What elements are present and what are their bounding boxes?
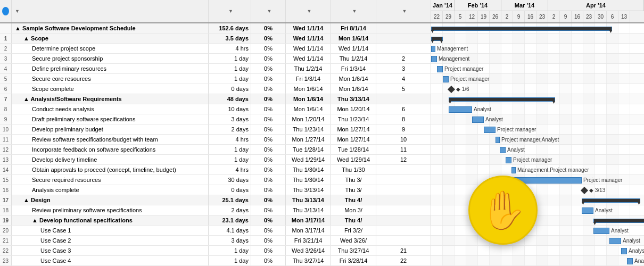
- info-icon: [2, 7, 9, 15]
- day-12: 12: [466, 11, 478, 22]
- row-num: 11: [0, 135, 12, 144]
- gantt-bar-label: Project manager: [450, 76, 489, 82]
- table-row[interactable]: 15Secure required resources30 days0%Thu …: [0, 175, 431, 185]
- row-num: 21: [0, 236, 12, 245]
- table-row[interactable]: 14Obtain approvals to proceed (concept, …: [0, 165, 431, 175]
- table-row[interactable]: 6Scope complete0 days0%Mon 1/6/14Mon 1/6…: [0, 84, 431, 94]
- day-23a: 23: [536, 11, 548, 22]
- pct-cell: 0%: [251, 74, 286, 84]
- start-cell: Wed 3/26/14: [286, 246, 331, 255]
- pct-cell: 0%: [251, 114, 286, 124]
- pct-cell: 0%: [251, 135, 286, 144]
- info-col-header: [0, 0, 12, 22]
- gantt-row: [431, 94, 644, 104]
- gantt-row: Project manager: [431, 74, 644, 84]
- task-name-cell: Use Case 1: [12, 226, 209, 235]
- table-row[interactable]: 1▲ Scope3.5 days0%Wed 1/1/14Mon 1/6/14: [0, 34, 431, 44]
- row-num: 18: [0, 205, 12, 215]
- gantt-row: Analyst: [431, 246, 644, 256]
- table-row[interactable]: 10Develop preliminary budget2 days0%Thu …: [0, 124, 431, 135]
- pred-cell: 12: [376, 155, 431, 164]
- task-name-cell: Secure required resources: [12, 175, 209, 185]
- pred-cell: 4: [376, 74, 431, 84]
- row-num: 4: [0, 64, 12, 73]
- main-container: ▼ ▼ ▼ ▼ ▼: [0, 0, 644, 266]
- task-name-cell: Determine project scope: [12, 44, 209, 53]
- row-num: 3: [0, 54, 12, 63]
- task-name-cell: Scope complete: [12, 84, 209, 94]
- pct-col-header[interactable]: ▼: [251, 0, 286, 22]
- table-row[interactable]: 9Draft preliminary software specificatio…: [0, 114, 431, 124]
- day-26: 26: [490, 11, 501, 22]
- start-cell: Wed 1/1/14: [286, 54, 331, 63]
- gantt-bar-label: Analyst: [623, 238, 640, 244]
- duration-col-header[interactable]: ▼: [209, 0, 251, 22]
- table-row[interactable]: 12Incorporate feedback on software speci…: [0, 145, 431, 155]
- finish-sort-icon: ▼: [352, 9, 357, 14]
- gantt-bar-label: Project manager: [583, 177, 622, 183]
- finish-cell: Fri 3/28/14: [331, 256, 376, 265]
- table-row[interactable]: 4Define preliminary resources1 day0%Thu …: [0, 64, 431, 74]
- pct-cell: 0%: [251, 195, 286, 205]
- finish-col-header[interactable]: ▼: [331, 0, 376, 22]
- table-row[interactable]: 8Conduct needs analysis10 days0%Mon 1/6/…: [0, 104, 431, 114]
- gantt-bar-label: Analyst: [611, 228, 629, 234]
- table-row[interactable]: 17▲ Design25.1 days0%Thu 3/13/14Thu 4/: [0, 195, 431, 205]
- table-row[interactable]: 11Review software specifications/budget …: [0, 135, 431, 145]
- table-row[interactable]: 2Determine project scope4 hrs0%Wed 1/1/1…: [0, 44, 431, 54]
- pred-col-header[interactable]: ▼: [376, 0, 431, 22]
- table-row[interactable]: 5Secure core resources1 day0%Fri 1/3/14M…: [0, 74, 431, 84]
- row-num: 16: [0, 185, 12, 195]
- day-13: 13: [618, 11, 630, 22]
- finish-cell: Thu 1/2/14: [331, 54, 376, 63]
- gantt-bar: [593, 219, 644, 223]
- row-num: 5: [0, 74, 12, 84]
- pct-cell: 0%: [251, 84, 286, 94]
- pred-cell: [376, 165, 431, 174]
- start-cell: Thu 3/13/14: [286, 205, 331, 215]
- duration-cell: 2 days: [209, 205, 251, 215]
- pred-cell: [376, 44, 431, 53]
- pct-cell: 0%: [251, 155, 286, 164]
- gantt-days: 22 29 5 12 19 26 2 9 16 23 2 9 16 23 30 …: [431, 11, 644, 22]
- gantt-row: Management: [431, 44, 644, 54]
- task-name-cell: ▲ Design: [12, 195, 209, 205]
- taskname-col-header[interactable]: ▼: [12, 0, 209, 22]
- pct-cell: 0%: [251, 34, 286, 43]
- gantt-bar: [582, 198, 640, 203]
- table-row[interactable]: ▲ Sample Software Development Schedule15…: [0, 23, 431, 34]
- gantt-bar: [500, 147, 506, 153]
- pct-cell: 0%: [251, 226, 286, 235]
- task-name-cell: ▲ Sample Software Development Schedule: [12, 23, 209, 33]
- table-row[interactable]: 7▲ Analysis/Software Requirements48 days…: [0, 94, 431, 104]
- start-cell: Thu 1/30/14: [286, 165, 331, 174]
- gantt-bar-label: Management: [439, 56, 469, 62]
- gantt-milestone-label: ◆ 3/13: [589, 187, 605, 193]
- table-row[interactable]: 18Review preliminary software specificat…: [0, 205, 431, 215]
- table-row[interactable]: 16Analysis complete0 days0%Thu 3/13/14Th…: [0, 185, 431, 195]
- table-row[interactable]: 13Develop delivery timeline1 day0%Wed 1/…: [0, 155, 431, 165]
- table-row[interactable]: 21Use Case 23 days0%Fri 3/21/14Wed 3/26/: [0, 236, 431, 246]
- duration-cell: 4.1 days: [209, 226, 251, 235]
- row-num: 2: [0, 44, 12, 53]
- start-col-header[interactable]: ▼: [286, 0, 331, 22]
- finish-cell: Thu 3/27/14: [331, 246, 376, 255]
- table-row[interactable]: 3Secure project sponsorship1 day0%Wed 1/…: [0, 54, 431, 64]
- table-row[interactable]: 20Use Case 14.1 days0%Mon 3/17/14Fri 3/2…: [0, 226, 431, 236]
- pct-cell: 0%: [251, 54, 286, 63]
- start-cell: Mon 1/6/14: [286, 104, 331, 114]
- start-cell: Fri 1/3/14: [286, 74, 331, 84]
- gantt-area: ManagementManagementProject managerProje…: [431, 23, 644, 266]
- gantt-bar: [443, 76, 449, 82]
- row-num: 10: [0, 124, 12, 134]
- duration-cell: 3 days: [209, 114, 251, 124]
- table-row[interactable]: 22Use Case 31 day0%Wed 3/26/14Thu 3/27/1…: [0, 246, 431, 256]
- duration-cell: 3 days: [209, 236, 251, 245]
- finish-cell: Thu 3/13/14: [331, 94, 376, 104]
- pred-cell: 8: [376, 114, 431, 124]
- gantt-row: [431, 195, 644, 205]
- gantt-bar-label: Analyst: [507, 147, 525, 153]
- table-row[interactable]: 23Use Case 41 day0%Thu 3/27/14Fri 3/28/1…: [0, 256, 431, 266]
- gantt-row: Project manager: [431, 64, 644, 74]
- table-row[interactable]: 19▲ Develop functional specifications23.…: [0, 215, 431, 226]
